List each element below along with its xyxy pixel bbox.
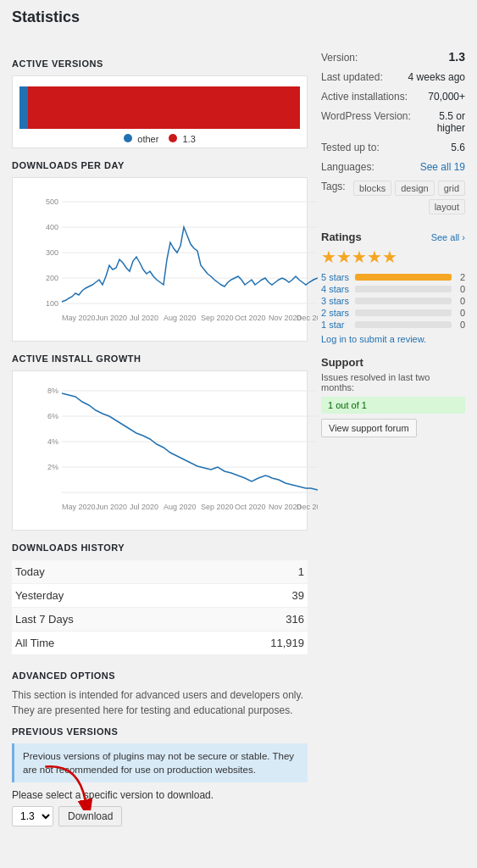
meta-installs-row: Active installations: 70,000+ — [321, 87, 465, 107]
svg-text:200: 200 — [46, 274, 58, 282]
rating-3-track — [355, 298, 452, 304]
history-label: Last 7 Days — [12, 608, 194, 632]
table-row: Last 7 Days 316 — [12, 608, 308, 632]
svg-text:400: 400 — [46, 223, 58, 231]
history-value: 39 — [194, 584, 308, 608]
svg-text:Oct 2020: Oct 2020 — [235, 503, 266, 511]
bar-legend: other 1.3 — [19, 134, 300, 144]
ratings-header: Ratings See all › — [321, 231, 465, 243]
updated-label: Last updated: — [321, 71, 383, 83]
rating-4-label: 4 stars — [321, 284, 352, 294]
plugin-meta: Version: 1.3 Last updated: 4 weeks ago A… — [321, 47, 465, 219]
rating-1-track — [355, 321, 452, 328]
advanced-options-title: ADVANCED OPTIONS — [12, 670, 308, 681]
rating-bar-2: 2 stars 0 — [321, 308, 465, 318]
svg-text:Sep 2020: Sep 2020 — [201, 314, 234, 322]
version-value: 1.3 — [449, 50, 465, 64]
table-row: Today 1 — [12, 560, 308, 584]
svg-text:6%: 6% — [47, 412, 58, 420]
wp-version-label: WordPress Version: — [321, 110, 411, 122]
rating-1-label: 1 star — [321, 320, 352, 330]
tags-container: blocks design grid layout — [346, 181, 465, 214]
active-versions-title: ACTIVE VERSIONS — [12, 58, 308, 69]
tags-label: Tags: — [321, 181, 346, 192]
page-title: Statistics — [12, 8, 80, 26]
history-label: Today — [12, 560, 194, 584]
tag-layout[interactable]: layout — [429, 199, 465, 214]
rating-3-label: 3 stars — [321, 296, 352, 306]
rating-bar-5: 5 stars 2 — [321, 272, 465, 282]
svg-text:Sep 2020: Sep 2020 — [201, 503, 234, 511]
languages-link[interactable]: See all 19 — [420, 161, 465, 173]
rating-5-count: 2 — [455, 272, 465, 282]
rating-bars: 5 stars 2 4 stars 0 3 star — [321, 272, 465, 330]
tested-value: 5.6 — [451, 142, 465, 153]
installs-label: Active installations: — [321, 91, 408, 103]
wp-version-value: 5.5 or higher — [411, 110, 465, 134]
svg-text:2%: 2% — [47, 463, 58, 471]
downloads-history-title: DOWNLOADS HISTORY — [12, 542, 308, 553]
rating-2-count: 0 — [455, 308, 465, 318]
updated-value: 4 weeks ago — [408, 71, 465, 83]
rating-4-count: 0 — [455, 284, 465, 294]
growth-svg: 8% 6% 4% 2% May 2020 Jun 2020 Jul 2020 A… — [38, 378, 318, 526]
ratings-title: Ratings — [321, 231, 362, 243]
support-section: Support Issues resolved in last two mont… — [321, 356, 465, 437]
svg-text:Jun 2020: Jun 2020 — [96, 314, 127, 322]
bar-other — [19, 86, 28, 129]
history-value: 1 — [194, 560, 308, 584]
downloads-svg: 500 400 300 200 100 May 2020 Jun 2020 Ju… — [38, 185, 318, 337]
rating-bar-1: 1 star 0 — [321, 320, 465, 330]
rating-2-track — [355, 309, 452, 316]
download-button[interactable]: Download — [58, 806, 122, 826]
svg-text:May 2020: May 2020 — [62, 314, 96, 322]
see-all-ratings-link[interactable]: See all › — [431, 232, 465, 242]
rating-bar-3: 3 stars 0 — [321, 296, 465, 306]
bar-main — [28, 86, 300, 129]
tag-design[interactable]: design — [395, 181, 434, 196]
version-select[interactable]: 1.3 1.2 1.1 1.0 — [12, 806, 53, 826]
previous-versions-title: PREVIOUS VERSIONS — [12, 726, 308, 737]
svg-text:8%: 8% — [47, 387, 58, 395]
history-value: 316 — [194, 608, 308, 632]
table-row: Yesterday 39 — [12, 584, 308, 608]
resolved-badge: 1 out of 1 — [321, 397, 465, 414]
tag-blocks[interactable]: blocks — [353, 181, 391, 196]
installs-value: 70,000+ — [428, 91, 465, 103]
svg-text:Aug 2020: Aug 2020 — [164, 503, 197, 511]
history-value: 11,919 — [194, 632, 308, 655]
legend-main-dot — [169, 134, 177, 142]
download-instruction: Please select a specific version to down… — [12, 789, 308, 801]
rating-bar-4: 4 stars 0 — [321, 284, 465, 294]
svg-text:Oct 2020: Oct 2020 — [235, 314, 266, 322]
svg-text:Jul 2020: Jul 2020 — [130, 314, 158, 322]
downloads-per-day-title: DOWNLOADS PER DAY — [12, 160, 308, 170]
versions-bar — [19, 86, 300, 129]
version-label: Version: — [321, 52, 358, 64]
rating-4-track — [355, 286, 452, 292]
ratings-section: Ratings See all › ★★★★★ 5 stars 2 — [321, 231, 465, 344]
svg-text:Dec 2020: Dec 2020 — [297, 314, 318, 322]
active-install-growth-chart: 8% 6% 4% 2% May 2020 Jun 2020 Jul 2020 A… — [12, 370, 308, 531]
support-desc: Issues resolved in last two months: — [321, 372, 465, 392]
rating-3-count: 0 — [455, 296, 465, 306]
meta-wp-version-row: WordPress Version: 5.5 or higher — [321, 107, 465, 138]
tested-label: Tested up to: — [321, 142, 380, 153]
downloads-history-table: Today 1 Yesterday 39 Last 7 Days 316 All… — [12, 559, 308, 655]
rating-1-count: 0 — [455, 320, 465, 330]
meta-version-row: Version: 1.3 — [321, 47, 465, 68]
rating-5-label: 5 stars — [321, 272, 352, 282]
tag-grid[interactable]: grid — [438, 181, 465, 196]
rating-5-fill — [355, 274, 452, 281]
active-versions-chart: other 1.3 — [12, 75, 308, 148]
legend-other: other — [124, 134, 158, 144]
svg-text:Dec 2020: Dec 2020 — [297, 503, 318, 511]
meta-tags-row: Tags: blocks design grid layout — [321, 177, 465, 219]
svg-text:300: 300 — [46, 248, 58, 257]
view-support-forum-button[interactable]: View support forum — [321, 419, 417, 437]
previous-versions-warning: Previous versions of plugins may not be … — [12, 743, 308, 782]
stars-display: ★★★★★ — [321, 247, 465, 267]
submit-review-link[interactable]: Log in to submit a review. — [321, 334, 465, 344]
svg-text:May 2020: May 2020 — [62, 503, 96, 511]
languages-label: Languages: — [321, 161, 374, 173]
